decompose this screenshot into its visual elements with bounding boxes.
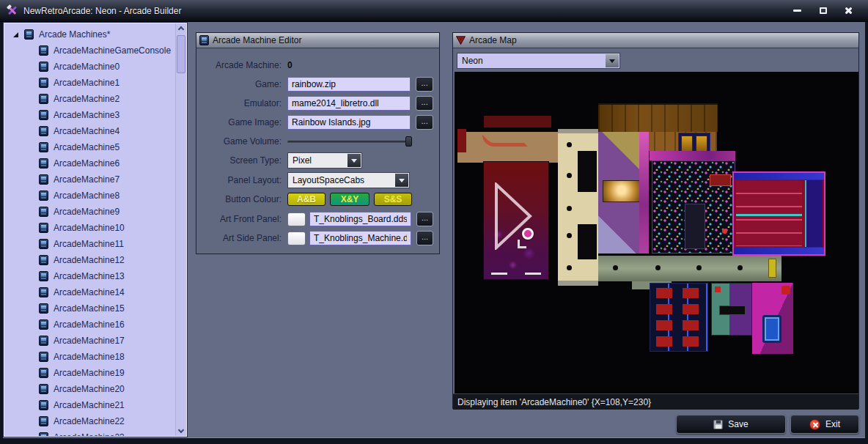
- slider-thumb[interactable]: [405, 136, 412, 147]
- map-room-entry: [457, 132, 558, 163]
- game-volume-label: Game Volume:: [202, 136, 282, 147]
- chevron-down-icon[interactable]: [395, 174, 408, 187]
- tree-item[interactable]: ArcadeMachine19: [4, 365, 186, 381]
- tree-item[interactable]: ArcadeMachine16: [4, 317, 186, 333]
- exit-button[interactable]: Exit: [790, 415, 859, 434]
- tree-item-label: ArcadeMachine6: [54, 158, 119, 169]
- scrollbar-thumb[interactable]: [177, 35, 185, 73]
- panel-layout-dropdown[interactable]: LayoutSpaceCabs: [287, 172, 410, 188]
- game-image-browse-button[interactable]: ...: [416, 115, 433, 130]
- red-x-icon: [809, 419, 820, 430]
- art-side-colour-swatch[interactable]: [287, 232, 306, 245]
- arcade-machines-tree: Arcade Machines* ArcadeMachineGameConsol…: [4, 23, 186, 436]
- tree-item-label: ArcadeMachine4: [54, 126, 119, 136]
- tree-item[interactable]: ArcadeMachineGameConsole: [4, 42, 186, 59]
- game-image-label: Game Image:: [202, 117, 282, 127]
- tree-item[interactable]: ArcadeMachine14: [4, 284, 186, 300]
- art-front-colour-swatch[interactable]: [287, 212, 306, 226]
- map-red-chair: [781, 286, 790, 295]
- tree-item[interactable]: ArcadeMachine1: [4, 75, 186, 91]
- map-machine-island: [685, 204, 705, 249]
- window-title: NewRetroArcade: Neon - Arcade Builder: [23, 6, 181, 16]
- map-select-dropdown[interactable]: Neon: [457, 53, 620, 69]
- tree-item[interactable]: ArcadeMachine5: [4, 139, 186, 155]
- arcade-map-canvas[interactable]: [455, 72, 858, 393]
- button-colour-label: Button Colour:: [202, 194, 282, 204]
- tree-item-label: ArcadeMachine8: [54, 190, 119, 201]
- tree-item[interactable]: ArcadeMachine21: [4, 397, 186, 413]
- arcade-cabinet-icon: [39, 207, 48, 217]
- map-room-bowling: [732, 171, 825, 256]
- tree-item[interactable]: ArcadeMachine15: [4, 300, 186, 317]
- tree-item[interactable]: ArcadeMachine6: [4, 155, 186, 171]
- selected-machine-marker[interactable]: [522, 228, 534, 240]
- map-room-dance-floor: [483, 161, 549, 280]
- screen-type-label: Screen Type:: [202, 155, 282, 166]
- tree-item[interactable]: ArcadeMachine20: [4, 381, 186, 397]
- arcade-cabinet-icon: [39, 400, 48, 410]
- map-red-table-row: [683, 288, 699, 347]
- tree-item-label: ArcadeMachine13: [54, 271, 125, 281]
- emulator-browse-button[interactable]: ...: [416, 96, 433, 111]
- game-browse-button[interactable]: ...: [416, 77, 433, 92]
- scroll-up-icon[interactable]: [178, 26, 184, 32]
- map-select-value: Neon: [462, 56, 483, 66]
- map-room-hallway: [598, 256, 781, 281]
- tree-item[interactable]: ArcadeMachine11: [4, 236, 186, 252]
- minimize-button[interactable]: [786, 4, 808, 18]
- tree-expander-icon[interactable]: [13, 32, 18, 37]
- arcade-cabinet-icon: [39, 384, 48, 394]
- button-colour-ss[interactable]: S&S: [374, 193, 412, 206]
- map-neon-wall: [639, 132, 649, 254]
- tree-item[interactable]: ArcadeMachine7: [4, 171, 186, 188]
- tree-item[interactable]: ArcadeMachine9: [4, 204, 186, 220]
- screen-type-dropdown[interactable]: Pixel: [287, 152, 362, 169]
- map-room-billiards: [650, 283, 708, 352]
- tree-item[interactable]: ArcadeMachine23: [4, 429, 186, 436]
- emulator-input[interactable]: [287, 96, 411, 111]
- tree-item[interactable]: ArcadeMachine2: [4, 91, 186, 107]
- art-front-input[interactable]: [309, 212, 411, 226]
- maximize-button[interactable]: [812, 4, 834, 18]
- close-button[interactable]: [837, 4, 859, 18]
- tree-item[interactable]: ArcadeMachine10: [4, 220, 186, 236]
- game-image-input[interactable]: [287, 115, 411, 130]
- map-shop-counter: [719, 306, 746, 315]
- game-volume-slider[interactable]: [287, 136, 412, 147]
- map-status-bar: Displaying item 'ArcadeMachine0' {X=108,…: [453, 393, 858, 410]
- save-button[interactable]: Save: [676, 415, 786, 434]
- arcade-machine-value: 0: [287, 60, 293, 70]
- button-colour-xy[interactable]: X&Y: [330, 193, 369, 206]
- arcade-cabinet-icon: [39, 303, 48, 314]
- tree-item-label: ArcadeMachine23: [54, 432, 125, 436]
- arcade-cabinet-icon: [39, 62, 48, 72]
- title-bar[interactable]: NewRetroArcade: Neon - Arcade Builder: [0, 0, 868, 22]
- tree-item[interactable]: ArcadeMachine3: [4, 107, 186, 123]
- chevron-down-icon[interactable]: [606, 54, 619, 67]
- tree-item[interactable]: ArcadeMachine13: [4, 268, 186, 284]
- arcade-cabinet-icon: [39, 94, 48, 104]
- chevron-down-icon[interactable]: [347, 154, 361, 167]
- art-front-browse-button[interactable]: ...: [416, 212, 433, 226]
- tree-item[interactable]: ArcadeMachine12: [4, 252, 186, 268]
- tree-item[interactable]: ArcadeMachine0: [4, 59, 186, 75]
- tree-root-arcade-machines[interactable]: Arcade Machines*: [4, 26, 186, 42]
- arcade-cabinet-icon: [39, 223, 48, 233]
- tree-scrollbar[interactable]: [175, 23, 186, 436]
- tree-item[interactable]: ArcadeMachine8: [4, 188, 186, 204]
- arcade-cabinet-icon: [39, 45, 48, 56]
- button-colour-ab[interactable]: A&B: [287, 193, 326, 206]
- game-input[interactable]: [287, 77, 411, 92]
- tree-item[interactable]: ArcadeMachine18: [4, 349, 186, 365]
- map-entry-pipe: [482, 135, 528, 147]
- tree-item[interactable]: ArcadeMachine4: [4, 123, 186, 139]
- art-side-browse-button[interactable]: ...: [416, 231, 433, 245]
- tree-item[interactable]: ArcadeMachine17: [4, 333, 186, 349]
- art-side-input[interactable]: [309, 231, 411, 245]
- arcade-cabinet-icon: [39, 255, 48, 265]
- exit-button-label: Exit: [825, 419, 840, 429]
- tree-item[interactable]: ArcadeMachine22: [4, 413, 186, 429]
- map-room-pool: [752, 283, 793, 354]
- scroll-down-icon[interactable]: [178, 427, 184, 433]
- save-button-label: Save: [728, 419, 748, 429]
